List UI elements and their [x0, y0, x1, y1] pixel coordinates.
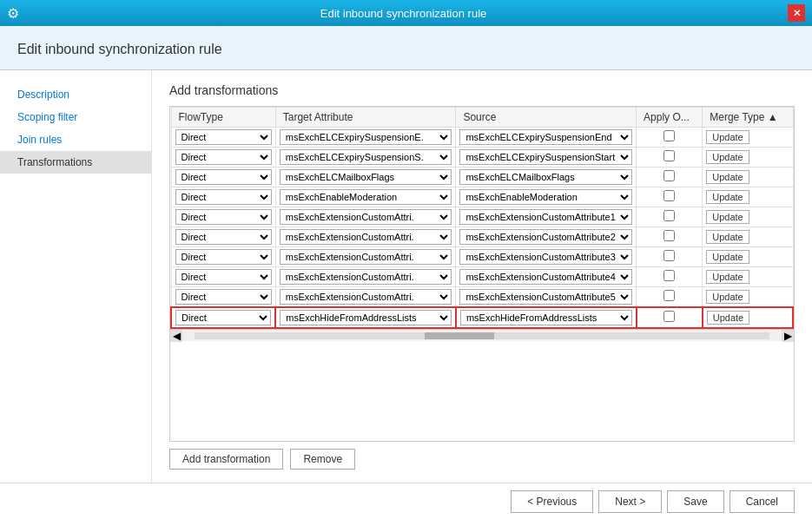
- sidebar-item-join-rules[interactable]: Join rules: [0, 128, 151, 151]
- apply-checkbox[interactable]: [663, 170, 675, 181]
- apply-checkbox[interactable]: [663, 250, 675, 261]
- flowtype-select[interactable]: Direct: [175, 310, 271, 325]
- merge-type-button[interactable]: Update: [706, 290, 749, 304]
- merge-type-button[interactable]: Update: [706, 170, 749, 184]
- merge-type-button[interactable]: Update: [706, 270, 749, 284]
- flowtype-select[interactable]: Direct: [175, 149, 272, 165]
- scroll-right-btn[interactable]: ▶: [782, 330, 794, 342]
- apply-checkbox[interactable]: [663, 270, 675, 281]
- table-row: DirectmsExchELCExpirySuspensionE.msExchE…: [171, 128, 793, 148]
- window-title: Edit inbound synchronization rule: [19, 7, 788, 20]
- footer: < Previous Next > Save Cancel: [0, 483, 812, 519]
- section-title: Add transformations: [169, 83, 795, 97]
- previous-button[interactable]: < Previous: [511, 490, 593, 513]
- flowtype-select[interactable]: Direct: [175, 269, 272, 285]
- merge-type-button[interactable]: Update: [706, 250, 749, 264]
- page-header-title: Edit inbound synchronization rule: [17, 42, 795, 57]
- target-select[interactable]: msExchExtensionCustomAttri.: [280, 289, 452, 305]
- content-area: Description Scoping filter Join rules Tr…: [0, 70, 812, 483]
- flowtype-select[interactable]: Direct: [175, 129, 272, 145]
- target-select[interactable]: msExchEnableModeration: [280, 189, 452, 205]
- source-select[interactable]: msExchELCMailboxFlags: [459, 169, 632, 185]
- flowtype-select[interactable]: Direct: [175, 229, 272, 245]
- apply-checkbox[interactable]: [663, 190, 675, 201]
- target-select[interactable]: msExchELCExpirySuspensionE.: [280, 129, 452, 145]
- table-row: DirectmsExchExtensionCustomAttri.msExchE…: [171, 227, 793, 247]
- table-row: DirectmsExchELCExpirySuspensionS.msExchE…: [171, 148, 793, 168]
- source-select[interactable]: msExchExtensionCustomAttribute4: [459, 269, 632, 285]
- hscroll-thumb[interactable]: [425, 332, 494, 339]
- table-row: DirectmsExchExtensionCustomAttri.msExchE…: [171, 267, 793, 287]
- apply-checkbox[interactable]: [663, 290, 675, 301]
- table-row: DirectmsExchExtensionCustomAttri.msExchE…: [171, 247, 793, 267]
- main-content: Add transformations FlowType Target Attr…: [152, 70, 812, 483]
- flowtype-select[interactable]: Direct: [175, 189, 272, 205]
- flowtype-select[interactable]: Direct: [175, 209, 272, 225]
- horizontal-scrollbar[interactable]: ◀ ▶: [170, 329, 794, 341]
- target-select[interactable]: msExchExtensionCustomAttri.: [280, 269, 452, 285]
- apply-checkbox[interactable]: [663, 230, 675, 241]
- table-row: DirectmsExchEnableModerationmsExchEnable…: [171, 187, 793, 207]
- window-icon: ⚙: [7, 5, 19, 22]
- target-select[interactable]: msExchHideFromAddressLists: [280, 310, 452, 325]
- target-select[interactable]: msExchELCMailboxFlags: [280, 169, 452, 185]
- title-bar: ⚙ Edit inbound synchronization rule ✕: [0, 0, 812, 26]
- col-header-target: Target Attribute: [275, 108, 456, 128]
- source-select[interactable]: msExchExtensionCustomAttribute5: [459, 289, 632, 305]
- source-select[interactable]: msExchELCExpirySuspensionStart: [459, 149, 632, 165]
- transformations-table-container[interactable]: FlowType Target Attribute Source Apply O…: [169, 106, 795, 442]
- apply-checkbox[interactable]: [663, 210, 675, 221]
- sidebar: Description Scoping filter Join rules Tr…: [0, 70, 152, 483]
- merge-type-button[interactable]: Update: [706, 130, 749, 144]
- apply-checkbox[interactable]: [663, 150, 675, 161]
- apply-checkbox[interactable]: [663, 311, 675, 322]
- target-select[interactable]: msExchExtensionCustomAttri.: [280, 249, 452, 265]
- source-select[interactable]: msExchEnableModeration: [459, 189, 632, 205]
- remove-button[interactable]: Remove: [290, 449, 355, 470]
- table-row: DirectmsExchExtensionCustomAttri.msExchE…: [171, 287, 793, 308]
- source-select[interactable]: msExchELCExpirySuspensionEnd: [459, 129, 632, 145]
- hscroll-track: [195, 332, 769, 339]
- add-transformation-button[interactable]: Add transformation: [169, 449, 283, 470]
- save-button[interactable]: Save: [667, 490, 723, 513]
- flowtype-select[interactable]: Direct: [175, 249, 272, 265]
- col-header-apply: Apply O...: [637, 108, 703, 128]
- col-header-merge: Merge Type ▲: [703, 108, 793, 128]
- target-select[interactable]: msExchExtensionCustomAttri.: [280, 229, 452, 245]
- bottom-buttons-row: Add transformation Remove: [169, 449, 795, 470]
- merge-type-button[interactable]: Update: [706, 190, 749, 204]
- merge-type-button[interactable]: Update: [707, 311, 749, 325]
- table-row: DirectmsExchHideFromAddressListsmsExchHi…: [171, 307, 793, 328]
- merge-type-button[interactable]: Update: [706, 230, 749, 244]
- table-row: DirectmsExchExtensionCustomAttri.msExchE…: [171, 207, 793, 227]
- sidebar-item-transformations[interactable]: Transformations: [0, 151, 151, 174]
- page-header: Edit inbound synchronization rule: [0, 26, 812, 70]
- source-select[interactable]: msExchExtensionCustomAttribute1: [459, 209, 632, 225]
- merge-type-button[interactable]: Update: [706, 150, 749, 164]
- merge-type-button[interactable]: Update: [706, 210, 749, 224]
- col-header-flowtype: FlowType: [171, 108, 275, 128]
- scroll-left-btn[interactable]: ◀: [170, 330, 182, 342]
- cancel-button[interactable]: Cancel: [729, 490, 795, 513]
- target-select[interactable]: msExchExtensionCustomAttri.: [280, 209, 452, 225]
- table-row: DirectmsExchELCMailboxFlagsmsExchELCMail…: [171, 168, 793, 187]
- source-select[interactable]: msExchExtensionCustomAttribute2: [459, 229, 632, 245]
- close-button[interactable]: ✕: [788, 4, 805, 22]
- source-select[interactable]: msExchHideFromAddressLists: [460, 310, 632, 325]
- main-container: Edit inbound synchronization rule Descri…: [0, 26, 812, 519]
- target-select[interactable]: msExchELCExpirySuspensionS.: [280, 149, 452, 165]
- flowtype-select[interactable]: Direct: [175, 169, 272, 185]
- source-select[interactable]: msExchExtensionCustomAttribute3: [459, 249, 632, 265]
- col-header-source: Source: [456, 108, 637, 128]
- apply-checkbox[interactable]: [663, 130, 675, 141]
- transformations-table: FlowType Target Attribute Source Apply O…: [170, 107, 794, 329]
- sidebar-item-scoping-filter[interactable]: Scoping filter: [0, 106, 151, 128]
- flowtype-select[interactable]: Direct: [175, 289, 272, 305]
- next-button[interactable]: Next >: [598, 490, 662, 513]
- sidebar-item-description[interactable]: Description: [0, 83, 151, 106]
